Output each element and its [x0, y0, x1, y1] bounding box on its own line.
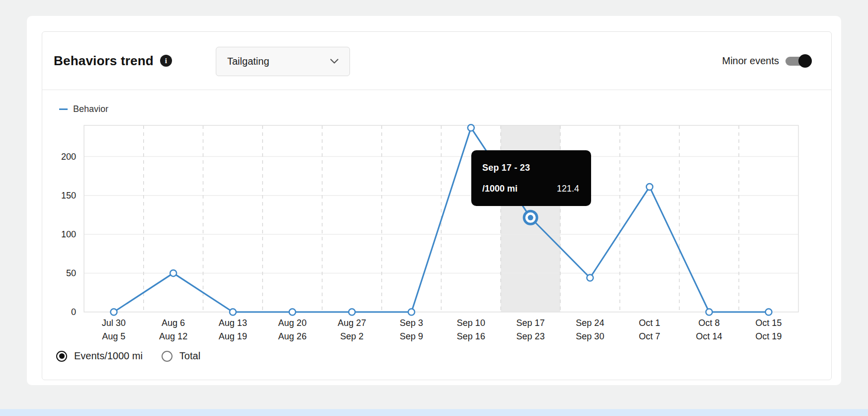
- data-point[interactable]: [110, 309, 117, 315]
- x-tick-label-end: Sep 16: [457, 331, 485, 341]
- behavior-type-dropdown[interactable]: Tailgating: [216, 47, 350, 76]
- x-tick-label-end: Sep 23: [517, 331, 545, 341]
- data-point[interactable]: [646, 184, 653, 190]
- bottom-edge-strip: [0, 409, 868, 416]
- tooltip-metric-label: /1000 mi: [482, 184, 518, 194]
- data-point[interactable]: [766, 309, 772, 315]
- tooltip-row: /1000 mi 121.4: [482, 184, 579, 194]
- y-tick-label: 50: [66, 268, 76, 278]
- y-tick-label: 150: [61, 191, 76, 201]
- x-tick-label-start: Sep 24: [576, 318, 604, 328]
- x-tick-label-end: Sep 2: [340, 331, 363, 341]
- data-point[interactable]: [289, 309, 296, 315]
- content-panel: Behaviors trend i Tailgating Minor event…: [27, 16, 841, 385]
- x-tick-label-start: Aug 6: [162, 318, 185, 328]
- x-tick-label-end: Oct 7: [639, 331, 660, 341]
- data-point[interactable]: [408, 309, 415, 315]
- x-tick-label-end: Aug 26: [278, 331, 307, 341]
- x-tick-label-end: Sep 9: [400, 331, 423, 341]
- radio-label: Total: [179, 350, 200, 362]
- title-group: Behaviors trend i: [54, 53, 172, 69]
- x-tick-label-end: Aug 12: [159, 331, 187, 341]
- x-tick-label-start: Oct 8: [698, 318, 720, 328]
- behaviors-trend-line-chart[interactable]: 050100150200Jul 30Aug 5Aug 6Aug 12Aug 13…: [42, 94, 832, 343]
- x-tick-label-start: Oct 15: [756, 318, 782, 328]
- x-tick-label-start: Sep 17: [517, 318, 545, 328]
- x-tick-label-start: Aug 20: [278, 318, 307, 328]
- x-tick-label-start: Sep 10: [457, 318, 485, 328]
- data-point[interactable]: [170, 270, 176, 276]
- chart-tooltip: Sep 17 - 23 /1000 mi 121.4: [471, 150, 591, 206]
- metric-radio-group: Events/1000 mi Total: [56, 350, 200, 362]
- data-point[interactable]: [230, 309, 236, 315]
- x-tick-label-start: Aug 27: [338, 318, 366, 328]
- x-tick-label-end: Oct 19: [756, 331, 782, 341]
- minor-events-group: Minor events: [722, 32, 812, 90]
- behaviors-trend-card: Behaviors trend i Tailgating Minor event…: [42, 31, 832, 380]
- tooltip-value: 121.4: [557, 184, 579, 194]
- x-tick-label-end: Aug 5: [102, 331, 125, 341]
- radio-events-per-1000mi[interactable]: Events/1000 mi: [56, 350, 143, 362]
- radio-button-icon: [56, 351, 67, 362]
- card-title: Behaviors trend: [54, 53, 154, 69]
- x-tick-label-start: Jul 30: [102, 318, 126, 328]
- x-tick-label-end: Aug 19: [219, 331, 247, 341]
- minor-events-toggle[interactable]: [785, 57, 812, 66]
- data-point[interactable]: [706, 309, 712, 315]
- radio-dot: [59, 353, 65, 359]
- data-point[interactable]: [587, 275, 593, 281]
- x-tick-label-start: Oct 1: [639, 318, 660, 328]
- data-point[interactable]: [468, 124, 474, 131]
- y-tick-label: 200: [61, 152, 76, 162]
- radio-button-icon: [162, 351, 173, 362]
- y-tick-label: 100: [61, 229, 76, 239]
- x-tick-label-end: Sep 30: [576, 331, 604, 341]
- y-tick-label: 0: [71, 307, 76, 317]
- radio-label: Events/1000 mi: [74, 350, 143, 362]
- toggle-knob: [798, 54, 812, 68]
- info-icon[interactable]: i: [160, 55, 172, 67]
- x-tick-label-start: Aug 13: [219, 318, 247, 328]
- chevron-down-icon: [330, 59, 339, 64]
- card-header: Behaviors trend i Tailgating Minor event…: [42, 32, 831, 90]
- minor-events-label: Minor events: [722, 55, 780, 67]
- selected-data-point-core: [528, 215, 533, 220]
- dropdown-selected-value: Tailgating: [227, 56, 269, 67]
- x-tick-label-end: Oct 14: [696, 331, 722, 341]
- radio-dot: [164, 353, 170, 359]
- x-tick-label-start: Sep 3: [400, 318, 423, 328]
- tooltip-date-range: Sep 17 - 23: [482, 163, 579, 173]
- radio-total[interactable]: Total: [162, 350, 200, 362]
- data-point[interactable]: [348, 309, 355, 315]
